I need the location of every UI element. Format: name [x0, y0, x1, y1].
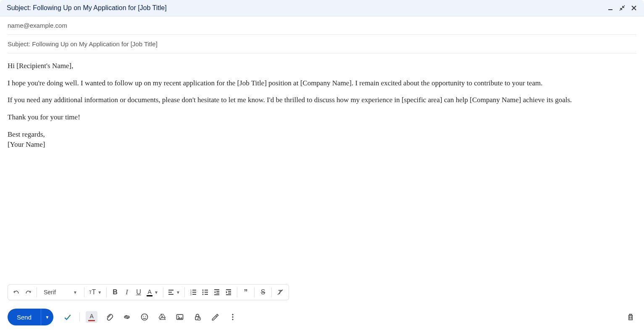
discard-draft-button[interactable]: [625, 311, 636, 323]
font-select-label: Serif: [44, 289, 56, 296]
attach-file-icon[interactable]: [103, 311, 115, 323]
body-paragraph[interactable]: Thank you for your time!: [8, 112, 636, 123]
dropdown-caret-icon: ▼: [73, 290, 77, 295]
svg-point-26: [143, 316, 144, 317]
send-more-button[interactable]: ▼: [41, 309, 53, 325]
subject-field[interactable]: Subject: Following Up on My Application …: [8, 35, 636, 53]
body-paragraph[interactable]: [Your Name]: [8, 140, 636, 150]
dropdown-caret-icon: ▼: [45, 315, 50, 320]
minimize-button[interactable]: [607, 5, 614, 11]
toolbar-separator: [254, 287, 255, 297]
svg-text:3: 3: [190, 293, 192, 296]
quote-button[interactable]: ”: [240, 286, 252, 298]
email-body[interactable]: Hi [Recipient's Name], I hope you're doi…: [0, 53, 644, 284]
indent-less-button[interactable]: [211, 286, 223, 298]
svg-point-25: [142, 314, 148, 320]
toolbar-separator: [163, 287, 163, 297]
compose-title: Subject: Following Up on My Application …: [7, 4, 167, 12]
remove-formatting-button[interactable]: [274, 286, 286, 298]
separator: [79, 312, 80, 322]
font-select[interactable]: Serif ▼: [39, 289, 81, 296]
svg-point-32: [232, 314, 233, 315]
compose-window: Subject: Following Up on My Application …: [0, 0, 644, 333]
body-paragraph[interactable]: If you need any additional information o…: [8, 95, 636, 106]
confidential-mode-icon[interactable]: [192, 311, 203, 323]
close-button[interactable]: [631, 5, 637, 11]
toolbar-separator: [37, 287, 37, 297]
text-color-button[interactable]: A ▼: [145, 286, 160, 298]
dropdown-caret-icon: ▼: [97, 290, 102, 295]
toolbar-separator: [84, 287, 84, 297]
insert-drive-icon[interactable]: [156, 311, 168, 323]
toolbar-separator: [271, 287, 272, 297]
compose-action-icons: A: [62, 311, 239, 323]
body-paragraph[interactable]: I hope you're doing well. I wanted to fo…: [8, 78, 636, 89]
indent-more-button[interactable]: [223, 286, 234, 298]
numbered-list-button[interactable]: 123: [187, 286, 199, 298]
toolbar-separator: [237, 287, 237, 297]
svg-point-11: [202, 292, 204, 293]
svg-point-10: [202, 290, 204, 291]
svg-point-12: [202, 294, 204, 295]
svg-point-29: [178, 316, 179, 317]
body-paragraph[interactable]: Hi [Recipient's Name],: [8, 61, 636, 71]
to-field[interactable]: name@example.com: [8, 16, 636, 35]
compose-title-bar: Subject: Following Up on My Application …: [0, 0, 644, 16]
insert-link-icon[interactable]: [121, 311, 133, 323]
insert-photo-icon[interactable]: [174, 311, 186, 323]
body-paragraph[interactable]: Best regards,: [8, 130, 636, 140]
insert-emoji-icon[interactable]: [139, 311, 150, 323]
bulleted-list-button[interactable]: [199, 286, 211, 298]
exit-fullscreen-button[interactable]: [619, 5, 626, 11]
svg-point-34: [232, 319, 233, 320]
bold-button[interactable]: B: [109, 286, 121, 298]
bottom-left-actions: Send ▼ A: [8, 309, 239, 325]
formatting-options-icon[interactable]: A: [86, 311, 97, 323]
insert-signature-icon[interactable]: [209, 311, 221, 323]
header-fields: name@example.com Subject: Following Up o…: [0, 16, 644, 53]
dropdown-caret-icon: ▼: [176, 290, 180, 295]
dropdown-caret-icon: ▼: [154, 290, 158, 295]
more-options-icon[interactable]: [227, 311, 239, 323]
svg-point-27: [145, 316, 146, 317]
strikethrough-button[interactable]: S: [257, 286, 269, 298]
svg-point-33: [232, 316, 233, 317]
undo-button[interactable]: [11, 286, 22, 298]
underline-button[interactable]: U: [133, 286, 145, 298]
toolbar-separator: [106, 287, 107, 297]
window-controls: [607, 5, 637, 11]
align-button[interactable]: ▼: [166, 286, 182, 298]
font-size-button[interactable]: TT ▼: [87, 286, 104, 298]
redo-button[interactable]: [22, 286, 34, 298]
italic-button[interactable]: I: [121, 286, 133, 298]
send-button[interactable]: Send: [8, 309, 41, 325]
bottom-action-bar: Send ▼ A: [0, 304, 644, 333]
toolbar-separator: [184, 287, 185, 297]
spellcheck-icon[interactable]: [62, 311, 74, 323]
send-button-group: Send ▼: [8, 309, 53, 325]
formatting-toolbar: Serif ▼ TT ▼ B I U A ▼ ▼ 123: [8, 284, 289, 300]
